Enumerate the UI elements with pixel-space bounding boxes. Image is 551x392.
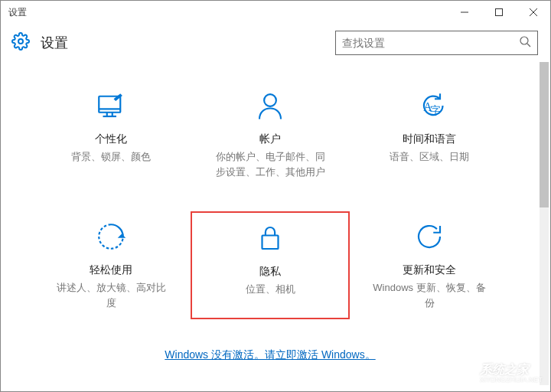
- content: 个性化 背景、锁屏、颜色 帐户 你的帐户、电子邮件、同步设置、工作、其他用户 A…: [1, 62, 540, 368]
- ease-of-access-icon: [95, 220, 127, 256]
- tile-desc: 你的帐户、电子邮件、同步设置、工作、其他用户: [213, 149, 328, 179]
- tile-time-language[interactable]: A 字 时间和语言 语音、区域、日期: [350, 80, 509, 188]
- close-button[interactable]: [516, 1, 550, 24]
- scrollbar[interactable]: [540, 62, 549, 385]
- maximize-icon: [495, 8, 503, 16]
- activation-link[interactable]: Windows 没有激活。请立即激活 Windows。: [165, 348, 375, 361]
- maximize-button[interactable]: [481, 1, 516, 24]
- minimize-icon: [461, 8, 468, 16]
- tile-desc: 语音、区域、日期: [390, 149, 469, 165]
- tile-privacy[interactable]: 隐私 位置、相机: [191, 211, 350, 319]
- tile-title: 帐户: [259, 132, 281, 146]
- tile-update-security[interactable]: 更新和安全 Windows 更新、恢复、备份: [350, 211, 509, 319]
- tile-title: 时间和语言: [403, 132, 456, 146]
- personalization-icon: [95, 90, 127, 125]
- update-security-icon: [413, 220, 445, 256]
- minimize-button[interactable]: [447, 1, 481, 24]
- svg-rect-1: [495, 9, 502, 16]
- settings-grid: 个性化 背景、锁屏、颜色 帐户 你的帐户、电子邮件、同步设置、工作、其他用户 A…: [1, 62, 540, 319]
- tile-title: 轻松使用: [90, 263, 132, 277]
- svg-rect-16: [262, 236, 279, 250]
- tile-desc: 背景、锁屏、颜色: [71, 149, 151, 165]
- watermark-url: XITONGZHIJIA.NET: [480, 377, 543, 384]
- window-title: 设置: [1, 6, 27, 19]
- svg-marker-15: [118, 234, 126, 238]
- privacy-icon: [254, 222, 286, 257]
- tile-title: 更新和安全: [403, 263, 456, 277]
- tile-title: 个性化: [95, 132, 127, 146]
- close-icon: [530, 8, 537, 16]
- search-box[interactable]: [335, 31, 538, 55]
- page-title: 设置: [41, 34, 68, 52]
- tile-desc: 讲述人、放大镜、高对比度: [54, 280, 168, 310]
- svg-text:字: 字: [430, 105, 441, 116]
- tile-personalization[interactable]: 个性化 背景、锁屏、颜色: [31, 80, 191, 188]
- tile-accounts[interactable]: 帐户 你的帐户、电子邮件、同步设置、工作、其他用户: [191, 80, 350, 188]
- tile-desc: 位置、相机: [246, 282, 295, 297]
- scrollbar-thumb[interactable]: [540, 62, 549, 207]
- svg-line-6: [527, 44, 530, 47]
- activation-notice: Windows 没有激活。请立即激活 Windows。: [1, 348, 540, 362]
- svg-point-12: [264, 94, 276, 106]
- search-input[interactable]: [342, 37, 519, 49]
- svg-point-4: [18, 39, 23, 44]
- titlebar: 设置: [1, 1, 550, 24]
- header: 设置: [1, 24, 550, 62]
- tile-desc: Windows 更新、恢复、备份: [372, 280, 487, 310]
- tile-title: 隐私: [259, 265, 281, 279]
- tile-ease-of-access[interactable]: 轻松使用 讲述人、放大镜、高对比度: [31, 211, 191, 319]
- svg-point-5: [520, 37, 528, 44]
- gear-icon: [11, 32, 30, 54]
- accounts-icon: [254, 90, 286, 125]
- time-language-icon: A 字: [413, 90, 445, 125]
- search-icon: [519, 35, 531, 51]
- svg-rect-17: [460, 376, 465, 384]
